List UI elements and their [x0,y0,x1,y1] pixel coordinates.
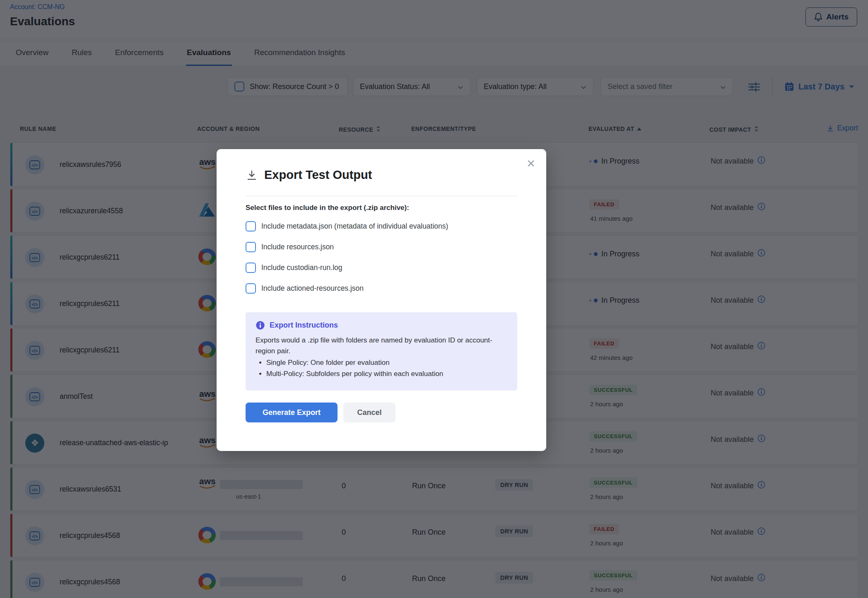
checkbox-label: Include resources.json [261,243,334,251]
modal-title: Export Test Output [264,168,372,182]
select-files-label: Select files to include in the export (.… [246,204,409,212]
checkbox-unchecked[interactable] [246,263,256,273]
export-file-checkbox-row[interactable]: Include metadata.json (metadata of indiv… [246,221,519,231]
export-instructions-title: Export Instructions [270,321,338,330]
checkbox-label: Include metadata.json (metadata of indiv… [261,222,448,231]
instruction-bullet: Multi-Policy: Subfolders per policy with… [266,370,507,378]
close-icon[interactable]: ✕ [526,158,535,169]
export-instructions-panel: Export Instructions Exports would a .zip… [246,312,517,391]
instruction-bullet: Single Policy: One folder per evaluation [266,359,507,367]
evaluations-page: Account: CCM-NG Evaluations Alerts Overv… [0,0,868,598]
checkbox-unchecked[interactable] [246,242,256,252]
export-file-checkbox-row[interactable]: Include custodian-run.log [246,263,519,273]
export-file-checkbox-row[interactable]: Include resources.json [246,242,519,252]
checkbox-label: Include custodian-run.log [261,263,342,272]
cancel-button[interactable]: Cancel [343,403,395,422]
export-file-checkbox-row[interactable]: Include actioned-resources.json [246,283,519,294]
checkbox-label: Include actioned-resources.json [261,284,364,293]
checkbox-unchecked[interactable] [246,221,256,231]
download-icon [246,169,258,181]
generate-export-button[interactable]: Generate Export [246,403,338,422]
checkbox-unchecked[interactable] [246,283,256,294]
modal-divider [246,196,517,196]
export-test-output-modal: ✕ Export Test Output Select files to inc… [217,149,546,451]
info-icon [256,321,265,330]
export-instructions-body: Exports would a .zip file with folders a… [256,335,504,356]
